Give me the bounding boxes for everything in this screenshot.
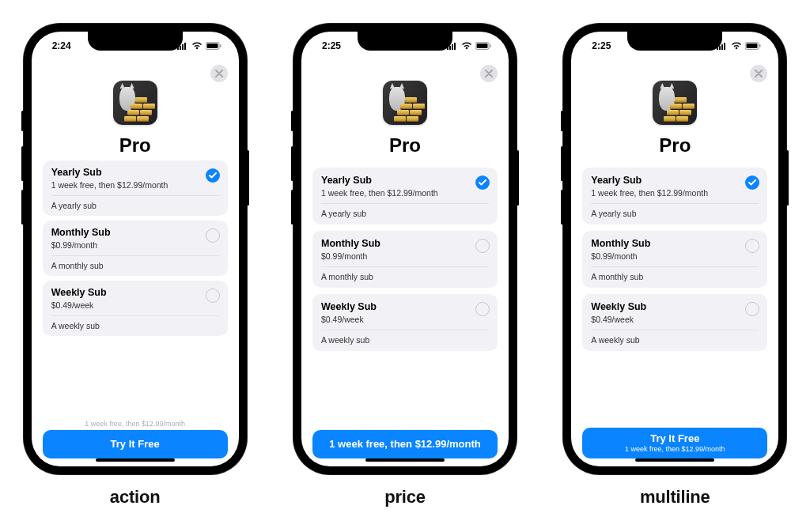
svg-rect-9 xyxy=(452,44,453,50)
variant-caption: price xyxy=(384,487,426,507)
divider xyxy=(321,203,489,204)
svg-rect-6 xyxy=(220,44,221,47)
status-time: 2:25 xyxy=(322,40,341,51)
side-button xyxy=(21,146,24,181)
plan-desc: A monthly sub xyxy=(51,261,219,270)
notch xyxy=(88,32,183,51)
phone-col-multiline: 2:25 xyxy=(563,24,786,507)
phone-mockup: 2:25 xyxy=(563,24,786,474)
divider xyxy=(51,195,219,196)
home-indicator xyxy=(96,458,175,462)
cta-primary-label: Try It Free xyxy=(650,432,699,445)
home-indicator xyxy=(635,458,714,462)
divider xyxy=(591,330,759,330)
divider xyxy=(51,255,219,256)
plan-option-yearly[interactable]: Yearly Sub 1 week free, then $12.99/mont… xyxy=(43,160,228,216)
paywall-content: Pro Yearly Sub 1 week free, then $12.99/… xyxy=(32,60,239,466)
close-button[interactable] xyxy=(480,65,498,82)
radio-unchecked-icon xyxy=(206,289,220,303)
svg-rect-12 xyxy=(476,43,487,48)
svg-rect-20 xyxy=(759,44,761,47)
plan-title: Yearly Sub xyxy=(591,175,759,186)
side-button xyxy=(21,111,24,131)
page-title: Pro xyxy=(43,134,228,157)
phone-screen: 2:25 xyxy=(301,32,509,466)
paywall-content: Pro Yearly Sub 1 week free, then $12.99/… xyxy=(301,60,509,466)
plan-desc: A yearly sub xyxy=(51,201,219,210)
plan-price: $0.99/month xyxy=(321,251,489,261)
plan-title: Yearly Sub xyxy=(51,167,219,178)
plan-desc: A weekly sub xyxy=(591,335,759,345)
plan-list: Yearly Sub 1 week free, then $12.99/mont… xyxy=(582,168,767,351)
plan-title: Weekly Sub xyxy=(591,301,759,312)
plan-list: Yearly Sub 1 week free, then $12.99/mont… xyxy=(43,160,228,336)
side-button xyxy=(561,190,563,224)
page-title: Pro xyxy=(582,134,767,157)
phone-screen: 2:25 xyxy=(571,32,778,466)
plan-price: $0.49/week xyxy=(51,300,219,310)
phone-col-price: 2:25 xyxy=(293,24,517,507)
status-right xyxy=(177,42,221,50)
status-time: 2:25 xyxy=(592,40,611,51)
plan-title: Monthly Sub xyxy=(321,238,489,249)
app-icon xyxy=(113,81,157,125)
plan-option-weekly[interactable]: Weekly Sub $0.49/week A weekly sub xyxy=(312,294,498,351)
side-button xyxy=(21,190,24,224)
wifi-icon xyxy=(461,42,472,50)
plan-price: $0.99/month xyxy=(51,240,219,250)
plan-desc: A weekly sub xyxy=(321,335,489,345)
variant-caption: action xyxy=(110,487,161,507)
svg-rect-2 xyxy=(182,44,184,50)
plan-option-yearly[interactable]: Yearly Sub 1 week free, then $12.99/mont… xyxy=(312,168,498,224)
plan-desc: A weekly sub xyxy=(51,321,219,330)
battery-icon xyxy=(475,42,491,50)
plan-desc: A monthly sub xyxy=(321,272,489,281)
status-right xyxy=(717,42,761,50)
divider xyxy=(591,203,759,204)
divider xyxy=(321,266,489,267)
svg-rect-3 xyxy=(184,43,186,50)
cta-button[interactable]: Try It Free 1 week free, then $12.99/mon… xyxy=(582,428,767,459)
svg-rect-19 xyxy=(747,43,758,48)
plan-option-weekly[interactable]: Weekly Sub $0.49/week A weekly sub xyxy=(43,281,228,336)
plan-list: Yearly Sub 1 week free, then $12.99/mont… xyxy=(312,168,498,351)
cta-button[interactable]: 1 week free, then $12.99/month xyxy=(312,430,498,458)
plan-option-monthly[interactable]: Monthly Sub $0.99/month A monthly sub xyxy=(43,221,228,276)
svg-rect-15 xyxy=(719,46,721,50)
divider xyxy=(51,315,219,316)
wifi-icon xyxy=(191,42,202,50)
cta-button[interactable]: Try It Free xyxy=(43,430,228,458)
plan-price: 1 week free, then $12.99/month xyxy=(591,188,759,198)
plan-price: $0.49/week xyxy=(591,315,759,324)
svg-rect-17 xyxy=(724,43,725,50)
svg-rect-13 xyxy=(490,44,491,47)
side-button xyxy=(786,150,789,206)
page-title: Pro xyxy=(312,134,498,157)
plan-title: Monthly Sub xyxy=(591,238,759,249)
status-time: 2:24 xyxy=(52,40,71,51)
plan-title: Monthly Sub xyxy=(51,227,219,238)
radio-checked-icon xyxy=(206,168,220,183)
plan-option-weekly[interactable]: Weekly Sub $0.49/week A weekly sub xyxy=(582,294,767,351)
phone-mockup: 2:24 xyxy=(24,24,247,474)
close-button[interactable] xyxy=(210,65,228,82)
close-icon xyxy=(215,70,223,77)
plan-price: $0.99/month xyxy=(591,251,759,261)
plan-title: Yearly Sub xyxy=(321,175,489,186)
radio-unchecked-icon xyxy=(475,302,490,316)
cta-primary-label: Try It Free xyxy=(111,438,160,451)
plan-price: $0.49/week xyxy=(321,315,489,324)
variant-caption: multiline xyxy=(640,487,710,507)
radio-unchecked-icon xyxy=(475,239,490,253)
notch xyxy=(627,32,722,51)
divider xyxy=(321,330,489,330)
plan-option-monthly[interactable]: Monthly Sub $0.99/month A monthly sub xyxy=(312,231,498,288)
home-indicator xyxy=(365,458,445,462)
plan-option-yearly[interactable]: Yearly Sub 1 week free, then $12.99/mont… xyxy=(582,168,767,224)
side-button xyxy=(561,111,563,131)
side-button xyxy=(517,150,519,206)
comparison-stage: 2:24 xyxy=(0,0,810,507)
radio-checked-icon xyxy=(475,175,490,190)
phone-mockup: 2:25 xyxy=(293,24,517,474)
plan-option-monthly[interactable]: Monthly Sub $0.99/month A monthly sub xyxy=(582,231,767,288)
